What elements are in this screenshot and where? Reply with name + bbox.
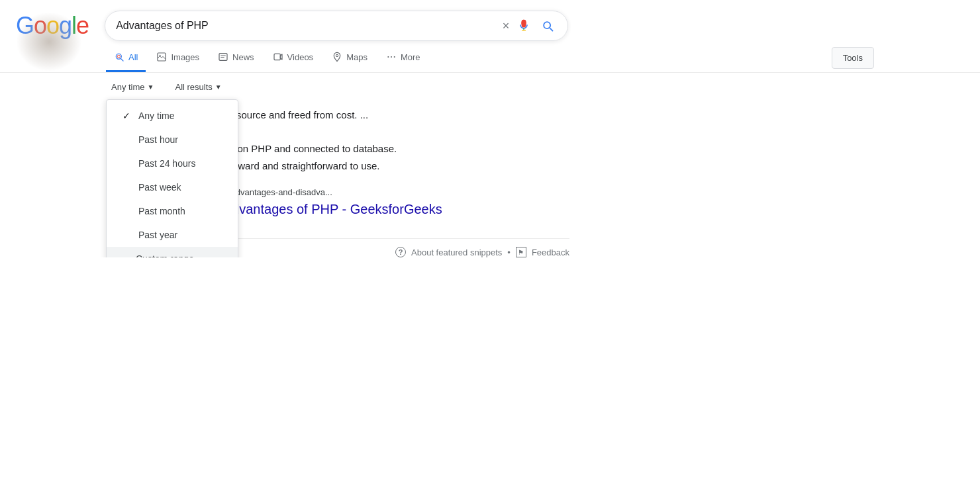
search-submit-icon xyxy=(541,19,554,32)
svg-rect-9 xyxy=(219,54,227,61)
more-tab-icon xyxy=(386,52,397,62)
all-tab-icon xyxy=(114,52,124,62)
svg-point-13 xyxy=(336,54,338,56)
clear-icon[interactable]: × xyxy=(503,19,510,33)
tab-images-label: Images xyxy=(171,52,199,62)
time-filter-menu: ✓ Any time ✓ Past hour ✓ Past 24 hours ✓… xyxy=(106,99,238,257)
news-tab-icon xyxy=(218,52,228,62)
filters-row: Any time ▼ All results ▼ ✓ Any time ✓ Pa… xyxy=(0,73,980,101)
tab-more-label: More xyxy=(401,52,420,62)
logo-e: e xyxy=(76,12,89,39)
svg-point-14 xyxy=(387,56,389,58)
logo-o2: o xyxy=(46,12,59,39)
check-mark-any: ✓ xyxy=(122,111,130,121)
time-filter-arrow: ▼ xyxy=(148,83,154,91)
time-option-past-hour[interactable]: ✓ Past hour xyxy=(107,128,238,152)
results-filter-arrow: ▼ xyxy=(215,83,222,91)
header: Google × xyxy=(0,0,980,41)
time-option-past-year[interactable]: ✓ Past year xyxy=(107,223,238,247)
time-option-any-label: Any time xyxy=(138,111,174,121)
time-option-past-24h[interactable]: ✓ Past 24 hours xyxy=(107,152,238,175)
tab-maps-label: Maps xyxy=(346,52,368,62)
footer-separator: • xyxy=(507,247,511,257)
svg-rect-12 xyxy=(274,54,280,60)
tab-all[interactable]: All xyxy=(106,44,146,72)
tab-news-label: News xyxy=(232,52,254,62)
logo-wrapper: Google xyxy=(16,12,89,40)
search-bar: × xyxy=(105,11,568,41)
images-tab-icon xyxy=(156,52,167,62)
time-option-any[interactable]: ✓ Any time xyxy=(107,104,238,128)
google-logo: Google xyxy=(16,12,89,40)
logo-g2: g xyxy=(59,12,72,39)
tab-images[interactable]: Images xyxy=(148,44,207,72)
time-option-past-year-label: Past year xyxy=(138,230,177,240)
maps-tab-icon xyxy=(332,52,342,62)
about-snippets-icon[interactable]: ? xyxy=(395,247,406,257)
search-bar-wrapper: × xyxy=(105,11,568,41)
voice-search-button[interactable] xyxy=(514,17,533,35)
time-filter-dropdown[interactable]: Any time ▼ xyxy=(106,79,159,95)
time-option-past-month[interactable]: ✓ Past month xyxy=(107,199,238,223)
videos-tab-icon xyxy=(273,52,283,62)
time-filter-label: Any time xyxy=(111,82,145,92)
time-option-past-week[interactable]: ✓ Past week xyxy=(107,175,238,199)
results-filter-label: All results xyxy=(175,82,212,92)
time-option-past-hour-label: Past hour xyxy=(138,134,178,145)
tab-all-label: All xyxy=(128,52,138,62)
feedback-icon[interactable]: ⚑ xyxy=(516,247,526,257)
nav-tabs: All Images News Videos Maps xyxy=(0,44,980,73)
tab-news[interactable]: News xyxy=(210,44,262,72)
time-option-past-24h-label: Past 24 hours xyxy=(138,158,195,169)
tab-videos[interactable]: Videos xyxy=(265,44,322,72)
logo-o1: o xyxy=(34,12,46,39)
tab-videos-label: Videos xyxy=(287,52,314,62)
svg-point-2 xyxy=(522,21,526,26)
results-filter-dropdown[interactable]: All results ▼ xyxy=(170,79,226,95)
feedback-label[interactable]: Feedback xyxy=(532,247,569,257)
svg-line-5 xyxy=(121,59,123,61)
time-option-custom[interactable]: Custom range... xyxy=(107,247,238,257)
svg-point-15 xyxy=(391,56,392,58)
search-button[interactable] xyxy=(538,17,557,35)
logo-g: G xyxy=(16,12,34,39)
about-snippets-label[interactable]: About featured snippets xyxy=(411,247,502,257)
tab-maps[interactable]: Maps xyxy=(324,44,375,72)
time-option-past-week-label: Past week xyxy=(138,182,181,193)
svg-point-16 xyxy=(394,56,395,58)
svg-point-4 xyxy=(116,54,121,59)
tools-button[interactable]: Tools xyxy=(832,47,874,69)
svg-point-6 xyxy=(117,55,120,58)
tab-more[interactable]: More xyxy=(378,44,428,72)
mic-icon xyxy=(517,19,530,32)
search-input[interactable] xyxy=(116,20,497,32)
time-option-custom-label: Custom range... xyxy=(136,253,202,257)
time-option-past-month-label: Past month xyxy=(138,206,185,216)
